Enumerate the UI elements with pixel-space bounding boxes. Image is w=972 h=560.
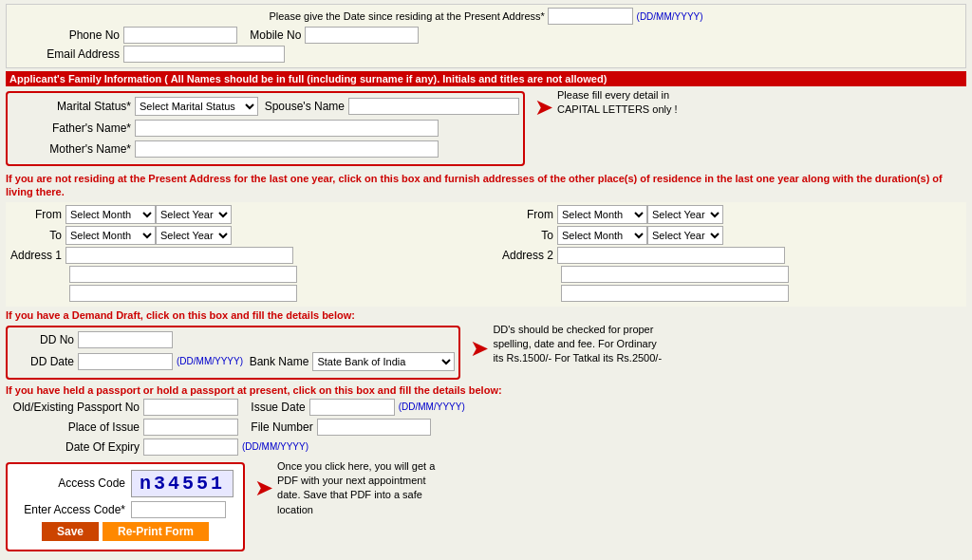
- address2-label: Address 2: [500, 249, 557, 262]
- family-right-arrow: ➤: [534, 94, 553, 121]
- date-of-expiry-hint: (DD/MM/YYYY): [242, 441, 308, 452]
- passport-section: Old/Existing Passport No Issue Date (DD/…: [6, 399, 966, 456]
- bottom-section: Access Code n34551 Enter Access Code* Sa…: [6, 459, 966, 554]
- access-right-info: Once you click here, you will get a PDF …: [277, 459, 448, 518]
- to-year-left[interactable]: Select Year: [156, 226, 232, 245]
- address2-line3[interactable]: [561, 285, 789, 302]
- dd-right-arrow: ➤: [470, 335, 489, 362]
- to-label-right: To: [500, 229, 557, 242]
- from-label-left: From: [9, 208, 65, 221]
- phone-label: Phone No: [28, 28, 123, 42]
- marital-status-label: Marital Status*: [11, 100, 135, 113]
- from-month-left[interactable]: Select Month: [65, 205, 156, 224]
- mobile-input[interactable]: [305, 27, 419, 44]
- issue-date-hint: (DD/MM/YYYY): [399, 401, 465, 412]
- from-month-right[interactable]: Select Month: [557, 205, 647, 224]
- dd-date-label: DD Date: [11, 355, 78, 368]
- place-of-issue-label: Place of Issue: [6, 420, 143, 434]
- place-of-issue-input[interactable]: [143, 419, 238, 436]
- access-code-label: Access Code: [17, 476, 131, 490]
- from-year-right[interactable]: Select Year: [647, 205, 723, 224]
- family-info-box: Marital Status* Select Marital Status Si…: [6, 91, 525, 166]
- old-passport-input[interactable]: [143, 399, 238, 416]
- mobile-label: Mobile No: [250, 28, 305, 42]
- old-passport-label: Old/Existing Passport No: [6, 401, 143, 414]
- date-of-expiry-input[interactable]: [143, 439, 238, 456]
- file-number-input[interactable]: [317, 419, 431, 436]
- captcha-display: n34551: [131, 470, 234, 497]
- present-address-date-input[interactable]: [548, 8, 633, 25]
- fathers-name-input[interactable]: [135, 120, 439, 137]
- issue-date-input[interactable]: [309, 399, 395, 416]
- to-month-left[interactable]: Select Month: [65, 226, 156, 245]
- date-of-expiry-label: Date Of Expiry: [6, 440, 143, 454]
- passport-notice: If you have held a passport or hold a pa…: [6, 384, 966, 396]
- address1-label: Address 1: [9, 249, 65, 262]
- to-label-left: To: [9, 229, 65, 242]
- enter-access-code-input[interactable]: [131, 501, 226, 518]
- spouse-label: Spouse's Name: [265, 100, 348, 113]
- address1-line2[interactable]: [69, 266, 297, 283]
- bank-name-select[interactable]: State Bank of India: [312, 352, 455, 371]
- dd-no-label: DD No: [11, 333, 78, 346]
- dd-date-input[interactable]: [78, 353, 173, 370]
- enter-access-code-label: Enter Access Code*: [17, 503, 131, 516]
- dd-notice: If you have a Demand Draft, click on thi…: [6, 309, 966, 321]
- address2-line1[interactable]: [557, 247, 785, 264]
- present-address-label: Please give the Date since residing at t…: [269, 10, 544, 22]
- address-grid: From Select Month Select Year From Selec…: [6, 202, 966, 307]
- file-number-label: File Number: [251, 420, 316, 434]
- address-notice: If you are not residing at the Present A…: [6, 172, 966, 199]
- dd-right-info: DD's should be checked for proper spelli…: [493, 323, 664, 366]
- mothers-name-label: Mother's Name*: [11, 142, 135, 156]
- save-button[interactable]: Save: [42, 522, 99, 541]
- spouse-input[interactable]: [348, 98, 519, 115]
- dd-box: DD No DD Date (DD/MM/YYYY) Bank Name Sta…: [6, 326, 460, 380]
- dd-date-hint: (DD/MM/YYYY): [177, 356, 243, 366]
- access-code-box: Access Code n34551 Enter Access Code* Sa…: [6, 462, 245, 551]
- fathers-name-label: Father's Name*: [11, 121, 135, 135]
- to-month-right[interactable]: Select Month: [557, 226, 647, 245]
- reprint-button[interactable]: Re-Print Form: [103, 522, 209, 541]
- address2-line2[interactable]: [561, 266, 789, 283]
- issue-date-label: Issue Date: [251, 401, 308, 414]
- email-label: Email Address: [28, 47, 123, 61]
- address1-line3[interactable]: [69, 285, 297, 302]
- phone-input[interactable]: [123, 27, 237, 44]
- bank-name-label: Bank Name: [250, 355, 313, 368]
- email-input[interactable]: [123, 46, 285, 63]
- family-section-header: Applicant's Family Information ( All Nam…: [6, 71, 966, 86]
- date-hint: (DD/MM/YYYY): [637, 11, 703, 22]
- to-year-right[interactable]: Select Year: [647, 226, 723, 245]
- marital-status-select[interactable]: Select Marital Status Single Married Div…: [135, 97, 258, 116]
- from-label-right: From: [500, 208, 557, 221]
- address1-line1[interactable]: [65, 247, 293, 264]
- dd-no-input[interactable]: [78, 331, 173, 348]
- from-year-left[interactable]: Select Year: [156, 205, 232, 224]
- mothers-name-input[interactable]: [135, 140, 439, 158]
- access-right-arrow: ➤: [254, 475, 273, 501]
- family-right-notice: Please fill every detail in CAPITAL LETT…: [557, 88, 709, 118]
